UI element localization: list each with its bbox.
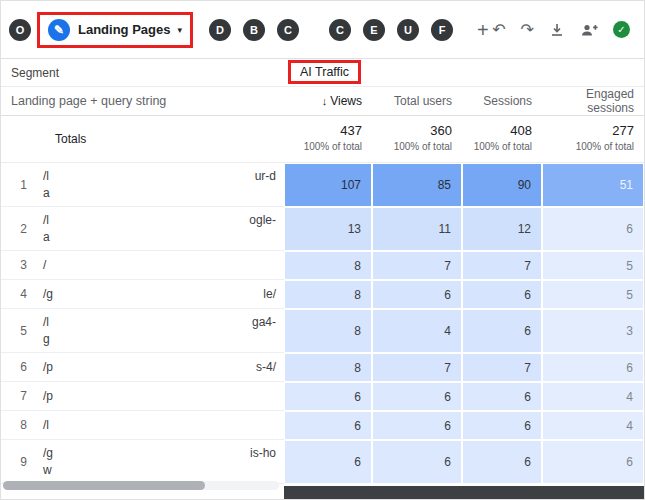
row-number: 2 [13, 222, 27, 236]
metric-cell-total-users: 6 [372, 411, 462, 440]
landing-page-path: /l [43, 417, 284, 434]
column-header-total-users[interactable]: Total users [372, 94, 462, 108]
column-header-views[interactable]: ↓Views [284, 94, 372, 108]
metric-cell-engaged: 3 [542, 309, 644, 353]
dimension-cell: 9 /gis-ho w [1, 440, 284, 484]
active-tab-label: Landing Pages [78, 22, 170, 37]
row-number: 8 [13, 418, 27, 432]
landing-page-path: /p [43, 388, 284, 405]
metric-cell-views: 8 [284, 251, 372, 280]
sort-descending-icon: ↓ [322, 95, 328, 107]
metric-cell-views: 6 [284, 411, 372, 440]
horizontal-scrollbar-thumb[interactable] [3, 481, 205, 490]
report-tab[interactable]: E [363, 19, 385, 41]
total-engaged: 277 100% of total [542, 116, 644, 162]
column-label: Views [330, 94, 362, 108]
report-tab[interactable]: U [397, 19, 419, 41]
metric-cell-engaged: 6 [542, 440, 644, 484]
metric-cell-sessions: 7 [462, 251, 542, 280]
metric-cell-views: 8 [284, 309, 372, 353]
table-row: 5 /lga4- g 8 4 6 3 [1, 309, 644, 353]
redo-icon[interactable]: ↷ [521, 22, 534, 38]
column-header-sessions[interactable]: Sessions [462, 94, 542, 108]
row-number: 9 [13, 455, 27, 469]
report-tab[interactable]: O [9, 19, 31, 41]
table-row: 1 /lur-d a 107 85 90 51 [1, 163, 644, 207]
metric-cell-engaged: 4 [542, 411, 644, 440]
landing-page-path: /ps-4/ [43, 359, 284, 376]
dimension-cell: 6 /ps-4/ [1, 353, 284, 382]
report-tab[interactable]: F [431, 19, 453, 41]
row-number: 1 [13, 178, 27, 192]
table-row: 9 /gis-ho w 6 6 6 6 [1, 440, 644, 484]
metric-cell-engaged: 6 [542, 207, 644, 251]
metric-cell-engaged: 4 [542, 382, 644, 411]
metric-cell-total-users: 85 [372, 163, 462, 207]
ai-traffic-header: AI Traffic [288, 60, 361, 84]
dimension-cell: 1 /lur-d a [1, 163, 284, 207]
chevron-down-icon[interactable]: ▾ [177, 25, 182, 35]
metric-cell-total-users: 11 [372, 207, 462, 251]
dimension-cell: 4 /gle/ [1, 280, 284, 309]
landing-page-path: / [43, 257, 284, 274]
metric-cell-total-users: 6 [372, 280, 462, 309]
undo-icon[interactable]: ↶ [492, 22, 505, 38]
metric-cell-total-users: 4 [372, 309, 462, 353]
dimension-cell: 5 /lga4- g [1, 309, 284, 353]
row-number: 5 [13, 324, 27, 338]
metric-cell-engaged: 5 [542, 280, 644, 309]
row-number: 3 [13, 258, 27, 272]
metric-cell-sessions: 6 [462, 309, 542, 353]
metric-cell-total-users: 6 [372, 440, 462, 484]
metric-cell-engaged: 51 [542, 163, 644, 207]
row-number: 6 [13, 360, 27, 374]
landing-page-path: /gle/ [43, 286, 284, 303]
column-header-engaged-sessions[interactable]: Engaged sessions [542, 87, 644, 115]
metric-cell-sessions: 6 [462, 411, 542, 440]
report-tab[interactable]: C [277, 19, 299, 41]
landing-page-path: /gis-ho w [43, 445, 284, 479]
row-number: 4 [13, 287, 27, 301]
analytics-window: O ✎ Landing Pages ▾ D B C C E U F + ↶ ↷ [0, 0, 645, 500]
download-icon[interactable] [549, 22, 565, 38]
metric-cell-sessions: 6 [462, 280, 542, 309]
share-add-user-icon[interactable] [580, 22, 598, 38]
approval-check-icon[interactable]: ✓ [613, 21, 630, 38]
table-row: 8 /l 6 6 6 4 [1, 411, 644, 440]
report-tab[interactable]: D [209, 19, 231, 41]
table-body: 1 /lur-d a 107 85 90 51 2 /logle- a 13 1… [1, 163, 644, 484]
horizontal-scrollbar-track[interactable] [3, 481, 279, 490]
dimension-cell: 2 /logle- a [1, 207, 284, 251]
table-row: 6 /ps-4/ 8 7 7 6 [1, 353, 644, 382]
dimension-cell: 7 /p [1, 382, 284, 411]
metric-cell-views: 6 [284, 382, 372, 411]
metric-cell-views: 107 [284, 163, 372, 207]
metric-cell-views: 8 [284, 280, 372, 309]
metric-cell-engaged: 6 [542, 353, 644, 382]
active-tab-landing-pages[interactable]: ✎ Landing Pages ▾ [37, 12, 193, 48]
metric-cell-sessions: 12 [462, 207, 542, 251]
report-tab[interactable]: B [243, 19, 265, 41]
metric-cell-sessions: 90 [462, 163, 542, 207]
landing-page-path: /lur-d a [43, 168, 284, 202]
dimension-header[interactable]: Landing page + query string [1, 94, 284, 108]
metric-cell-total-users: 7 [372, 251, 462, 280]
metric-cell-sessions: 6 [462, 440, 542, 484]
metric-cell-sessions: 7 [462, 353, 542, 382]
metric-cell-total-users: 6 [372, 382, 462, 411]
dimension-cell: 8 /l [1, 411, 284, 440]
landing-page-path: /logle- a [43, 212, 284, 246]
bottom-strip [284, 486, 644, 499]
table-row: 3 / 8 7 7 5 [1, 251, 644, 280]
add-tab-button[interactable]: + [477, 20, 489, 40]
row-number: 7 [13, 389, 27, 403]
segment-label: Segment [11, 66, 59, 80]
totals-label: Totals [1, 132, 284, 146]
metric-cell-engaged: 5 [542, 251, 644, 280]
total-sessions: 408 100% of total [462, 116, 542, 162]
metric-cell-total-users: 7 [372, 353, 462, 382]
table-row: 7 /p 6 6 6 4 [1, 382, 644, 411]
metric-cell-views: 6 [284, 440, 372, 484]
edit-pencil-icon: ✎ [48, 19, 70, 41]
report-tab[interactable]: C [329, 19, 351, 41]
